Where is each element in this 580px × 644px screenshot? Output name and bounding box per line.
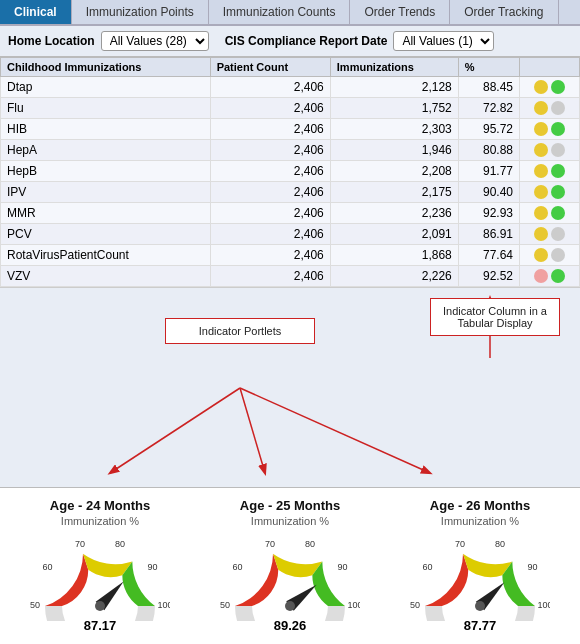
cell-pct: 86.91 xyxy=(458,224,519,245)
filter-row: Home Location All Values (28) CIS Compli… xyxy=(0,26,580,57)
cell-patient-count: 2,406 xyxy=(210,161,330,182)
tab-immunization-points[interactable]: Immunization Points xyxy=(72,0,209,24)
gauge-visual-2: 5060708090100 xyxy=(220,531,360,616)
gauge-section: Age - 24 Months Immunization % 506070809… xyxy=(0,487,580,644)
indicator-dot-1 xyxy=(534,206,548,220)
cell-patient-count: 2,406 xyxy=(210,245,330,266)
gauge-subtitle-3: Immunization % xyxy=(441,515,519,527)
svg-text:60: 60 xyxy=(232,562,242,572)
cell-pct: 90.40 xyxy=(458,182,519,203)
gauge-title-1: Age - 24 Months xyxy=(50,498,150,513)
indicator-dot-1 xyxy=(534,101,548,115)
gauge-3: Age - 26 Months Immunization % 506070809… xyxy=(395,498,565,633)
svg-text:50: 50 xyxy=(220,600,230,610)
indicator-dot-2 xyxy=(551,164,565,178)
cell-immunizations: 2,128 xyxy=(330,77,458,98)
report-date-label: CIS Compliance Report Date xyxy=(225,34,388,48)
indicator-dot-2 xyxy=(551,206,565,220)
cell-indicator xyxy=(520,140,580,161)
cell-name: Dtap xyxy=(1,77,211,98)
table-row: HIB 2,406 2,303 95.72 xyxy=(1,119,580,140)
indicator-dot-2 xyxy=(551,185,565,199)
indicator-dot-2 xyxy=(551,80,565,94)
cell-immunizations: 1,752 xyxy=(330,98,458,119)
home-location-label: Home Location xyxy=(8,34,95,48)
indicator-dot-2 xyxy=(551,101,565,115)
svg-text:80: 80 xyxy=(495,539,505,549)
tab-bar: Clinical Immunization Points Immunizatio… xyxy=(0,0,580,26)
svg-text:70: 70 xyxy=(75,539,85,549)
gauge-subtitle-2: Immunization % xyxy=(251,515,329,527)
cell-immunizations: 2,303 xyxy=(330,119,458,140)
tab-order-trends[interactable]: Order Trends xyxy=(350,0,450,24)
svg-point-6 xyxy=(95,601,105,611)
svg-point-14 xyxy=(285,601,295,611)
gauge-svg: 5060708090100 xyxy=(30,531,170,621)
cell-patient-count: 2,406 xyxy=(210,203,330,224)
indicator-dot-1 xyxy=(534,185,548,199)
tab-order-tracking[interactable]: Order Tracking xyxy=(450,0,558,24)
indicator-dot-1 xyxy=(534,143,548,157)
cell-immunizations: 2,208 xyxy=(330,161,458,182)
svg-line-2 xyxy=(240,388,265,473)
svg-line-1 xyxy=(110,388,240,473)
cell-immunizations: 2,175 xyxy=(330,182,458,203)
cell-patient-count: 2,406 xyxy=(210,182,330,203)
report-date-select[interactable]: All Values (1) xyxy=(393,31,494,51)
indicator-dot-1 xyxy=(534,269,548,283)
indicator-dot-2 xyxy=(551,248,565,262)
cell-pct: 92.93 xyxy=(458,203,519,224)
col-header-patient-count: Patient Count xyxy=(210,58,330,77)
gauge-svg: 5060708090100 xyxy=(220,531,360,621)
indicator-dot-2 xyxy=(551,143,565,157)
svg-point-22 xyxy=(475,601,485,611)
indicator-dot-1 xyxy=(534,80,548,94)
table-row: RotaVirusPatientCount 2,406 1,868 77.64 xyxy=(1,245,580,266)
cell-immunizations: 2,226 xyxy=(330,266,458,287)
cell-name: RotaVirusPatientCount xyxy=(1,245,211,266)
indicator-dot-1 xyxy=(534,122,548,136)
gauge-subtitle-1: Immunization % xyxy=(61,515,139,527)
cell-name: MMR xyxy=(1,203,211,224)
table-row: Dtap 2,406 2,128 88.45 xyxy=(1,77,580,98)
cell-pct: 77.64 xyxy=(458,245,519,266)
home-location-select[interactable]: All Values (28) xyxy=(101,31,209,51)
svg-text:50: 50 xyxy=(30,600,40,610)
svg-text:100: 100 xyxy=(537,600,550,610)
col-header-immunizations: Immunizations xyxy=(330,58,458,77)
tab-immunization-counts[interactable]: Immunization Counts xyxy=(209,0,351,24)
gauge-title-3: Age - 26 Months xyxy=(430,498,530,513)
cell-name: VZV xyxy=(1,266,211,287)
cell-patient-count: 2,406 xyxy=(210,224,330,245)
table-row: HepB 2,406 2,208 91.77 xyxy=(1,161,580,182)
gauge-1: Age - 24 Months Immunization % 506070809… xyxy=(15,498,185,633)
svg-text:60: 60 xyxy=(422,562,432,572)
indicator-dot-1 xyxy=(534,227,548,241)
gauge-title-2: Age - 25 Months xyxy=(240,498,340,513)
immunization-table: Childhood Immunizations Patient Count Im… xyxy=(0,57,580,287)
cell-indicator xyxy=(520,161,580,182)
svg-text:100: 100 xyxy=(157,600,170,610)
gauge-svg: 5060708090100 xyxy=(410,531,550,621)
table-row: PCV 2,406 2,091 86.91 xyxy=(1,224,580,245)
cell-indicator xyxy=(520,182,580,203)
annotation-portlets: Indicator Portlets xyxy=(165,318,315,344)
table-row: Flu 2,406 1,752 72.82 xyxy=(1,98,580,119)
cell-indicator xyxy=(520,119,580,140)
cell-name: PCV xyxy=(1,224,211,245)
cell-indicator xyxy=(520,98,580,119)
cell-pct: 72.82 xyxy=(458,98,519,119)
tab-clinical[interactable]: Clinical xyxy=(0,0,72,24)
svg-text:80: 80 xyxy=(305,539,315,549)
cell-name: HIB xyxy=(1,119,211,140)
svg-text:90: 90 xyxy=(338,562,348,572)
svg-text:90: 90 xyxy=(528,562,538,572)
col-header-name: Childhood Immunizations xyxy=(1,58,211,77)
indicator-dot-2 xyxy=(551,227,565,241)
cell-indicator xyxy=(520,203,580,224)
cell-name: IPV xyxy=(1,182,211,203)
table-row: IPV 2,406 2,175 90.40 xyxy=(1,182,580,203)
cell-immunizations: 2,091 xyxy=(330,224,458,245)
indicator-dot-1 xyxy=(534,164,548,178)
indicator-dot-2 xyxy=(551,269,565,283)
